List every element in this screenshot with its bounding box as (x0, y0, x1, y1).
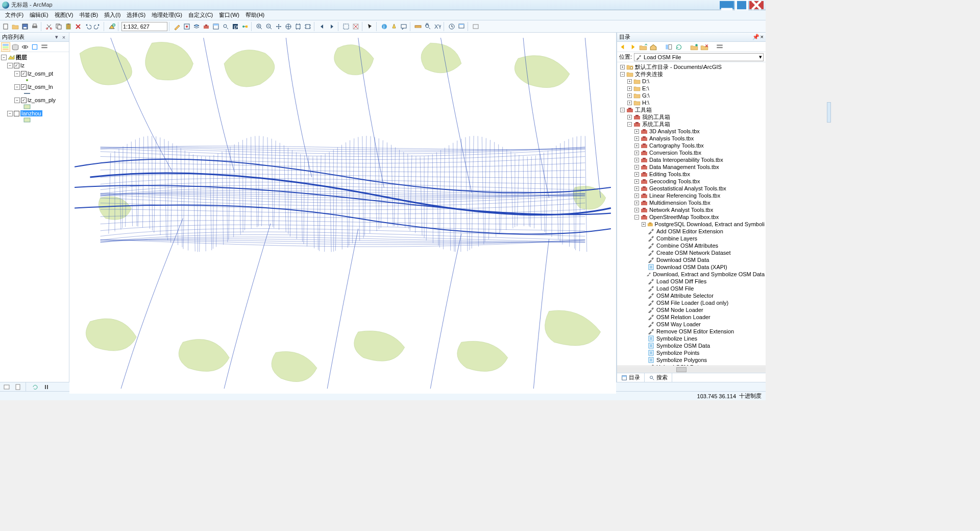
full-extent-button[interactable] (284, 22, 293, 31)
paste-button[interactable] (64, 22, 73, 31)
expander-icon[interactable]: − (634, 215, 639, 220)
expander-icon[interactable]: + (620, 65, 625, 69)
expander-icon[interactable]: + (642, 222, 646, 227)
catalog-node-label[interactable]: 文件夹连接 (635, 70, 663, 78)
expander-icon[interactable]: + (634, 136, 639, 141)
catalog-node-label[interactable]: 工具箱 (635, 106, 652, 114)
catalog-node-label[interactable]: Data Management Tools.tbx (649, 164, 719, 170)
catalog-node-label[interactable]: Conversion Tools.tbx (649, 150, 701, 156)
undo-button[interactable] (83, 22, 92, 31)
catalog-node-label[interactable]: Create OSM Network Dataset (656, 250, 731, 256)
catalog-node-label[interactable]: Cartography Tools.tbx (649, 142, 704, 149)
catalog-pin-button[interactable]: 📌 (752, 34, 760, 40)
layout-view-button[interactable] (13, 382, 22, 392)
catalog-node-label[interactable]: Data Interoperability Tools.tbx (649, 157, 723, 163)
menu-6[interactable]: 地理处理(G) (149, 10, 185, 20)
html-popup-button[interactable] (399, 22, 408, 31)
expander-icon[interactable]: − (627, 122, 632, 127)
catalog-node-label[interactable]: Geostatistical Analyst Tools.tbx (649, 185, 726, 191)
expander-icon[interactable]: − (7, 63, 13, 68)
catalog-node-label[interactable]: OSM Relation Loader (656, 314, 710, 320)
location-combobox[interactable]: Load OSM File ▾ (634, 53, 764, 61)
menu-8[interactable]: 窗口(W) (216, 10, 242, 20)
select-elements-button[interactable] (365, 22, 375, 31)
redo-button[interactable] (93, 22, 102, 31)
disconnect-folder-button[interactable] (700, 42, 709, 52)
expander-icon[interactable]: + (634, 194, 639, 198)
go-to-xy-button[interactable]: XY (433, 22, 442, 31)
catalog-node-label[interactable]: H:\ (642, 100, 649, 106)
tab-catalog[interactable]: 目录 (617, 373, 645, 382)
new-document-button[interactable] (1, 22, 10, 31)
catalog-node-label[interactable]: OSM Way Loader (656, 321, 701, 327)
pan-button[interactable] (274, 22, 283, 31)
catalog-node-label[interactable]: Add OSM Editor Extension (656, 228, 723, 234)
catalog-node-label[interactable]: Remove OSM Editor Extension (656, 328, 734, 334)
save-button[interactable] (20, 22, 30, 31)
catalog-forward-button[interactable] (628, 42, 638, 52)
catalog-horizontal-scrollbar[interactable] (617, 366, 766, 373)
clear-selection-button[interactable] (351, 22, 360, 31)
forward-extent-button[interactable] (327, 22, 336, 31)
delete-button[interactable] (74, 22, 83, 31)
window-maximize-button[interactable] (734, 1, 749, 9)
catalog-node-label[interactable]: E:\ (642, 85, 649, 91)
layers-button[interactable] (192, 22, 201, 31)
list-by-visibility-button[interactable] (20, 42, 30, 52)
catalog-node-label[interactable]: Symbolize Lines (656, 335, 697, 342)
select-features-button[interactable] (341, 22, 351, 31)
list-by-selection-button[interactable] (30, 42, 39, 52)
catalog-back-button[interactable] (618, 42, 627, 52)
catalog-node-label[interactable]: Symbolize Points (656, 350, 699, 356)
catalog-node-label[interactable]: 系统工具箱 (642, 120, 670, 128)
expander-icon[interactable]: − (620, 72, 625, 77)
layer-label[interactable]: lz_osm_pt (28, 70, 53, 77)
layer-label-selected[interactable]: lanzhou (20, 110, 42, 116)
expander-icon[interactable]: − (620, 108, 625, 112)
toolbar-options-button[interactable] (471, 22, 480, 31)
catalog-node-label[interactable]: Analysis Tools.tbx (649, 135, 694, 141)
catalog-node-label[interactable]: 3D Analyst Tools.tbx (649, 128, 700, 134)
layer-checkbox[interactable]: ✓ (14, 63, 19, 68)
layer-checkbox[interactable]: ✓ (21, 98, 27, 103)
catalog-node-label[interactable]: Download OSM Data (XAPI) (656, 264, 727, 270)
catalog-tree[interactable]: +默认工作目录 - Documents\ArcGIS−文件夹连接+D:\+E:\… (617, 62, 766, 366)
catalog-node-label[interactable]: OSM File Loader (Load only) (656, 300, 728, 306)
catalog-node-label[interactable]: Combine Layers (656, 235, 697, 242)
catalog-node-label[interactable]: Network Analyst Tools.tbx (649, 207, 713, 213)
expander-icon[interactable]: − (14, 98, 20, 103)
menu-3[interactable]: 书签(B) (76, 10, 101, 20)
hyperlink-button[interactable] (389, 22, 399, 31)
catalog-node-label[interactable]: Load OSM Diff Files (656, 278, 706, 284)
expander-icon[interactable]: − (14, 84, 20, 90)
catalog-refresh-button[interactable] (674, 42, 683, 52)
refresh-view-button[interactable] (31, 382, 40, 392)
catalog-node-label[interactable]: Combine OSM Attributes (656, 243, 718, 249)
time-slider-button[interactable] (447, 22, 456, 31)
zoom-in-button[interactable] (255, 22, 264, 31)
dataframe-label[interactable]: 图层 (16, 54, 27, 61)
menu-4[interactable]: 插入(I) (101, 10, 124, 20)
find-button[interactable]: A (423, 22, 432, 31)
expander-icon[interactable]: + (634, 129, 639, 134)
fixed-zoom-out-button[interactable] (303, 22, 312, 31)
menu-2[interactable]: 视图(V) (52, 10, 77, 20)
expander-icon[interactable]: + (634, 158, 639, 162)
expander-icon[interactable]: + (627, 79, 632, 84)
connect-folder-button[interactable] (690, 42, 699, 52)
layer-checkbox[interactable] (14, 111, 19, 116)
create-viewer-button[interactable] (457, 22, 466, 31)
catalog-node-label[interactable]: 默认工作目录 - Documents\ArcGIS (635, 63, 722, 71)
catalog-node-label[interactable]: Linear Referencing Tools.tbx (649, 192, 720, 199)
expander-icon[interactable]: + (634, 201, 639, 205)
expander-icon[interactable]: + (627, 86, 632, 91)
menu-1[interactable]: 编辑(E) (27, 10, 52, 20)
print-button[interactable] (30, 22, 39, 31)
expander-icon[interactable]: + (627, 93, 632, 98)
toc-tree[interactable]: − 图层 − ✓ lz −✓lz_osm_pt−✓lz_osm_ln−✓lz_o… (0, 52, 69, 382)
catalog-node-label[interactable]: Download, Extract and Symbolize OSM Data (653, 271, 765, 277)
list-by-drawing-order-button[interactable] (1, 42, 10, 52)
expander-icon[interactable]: + (634, 208, 639, 212)
map-canvas[interactable] (69, 33, 616, 394)
catalog-node-label[interactable]: Download OSM Data (656, 257, 709, 263)
